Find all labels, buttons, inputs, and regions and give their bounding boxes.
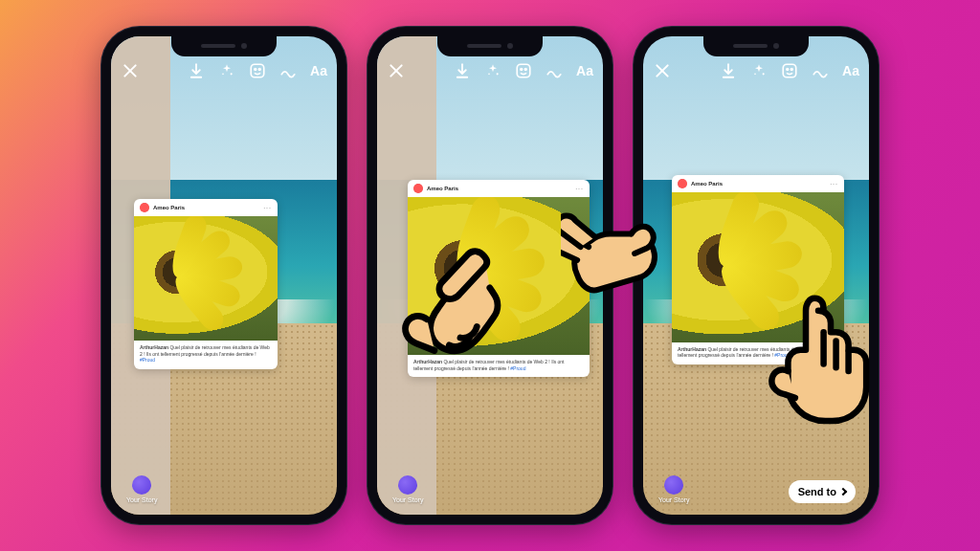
your-story-label: Your Story [658,496,689,503]
pinch-hand-left-icon [381,234,510,364]
post-username: Ameo Paris [691,181,723,187]
text-tool-button[interactable]: Aa [310,63,327,78]
phone-step-1: Aa Ameo Paris ··· ArthurHazan Que [101,27,346,524]
svg-point-11 [754,74,756,76]
download-icon[interactable] [188,62,205,79]
phone-notch [171,35,277,56]
phone-screen: Aa Ameo Paris ··· ArthurHazan Que [111,36,337,515]
post-header: Ameo Paris ··· [134,199,278,216]
svg-point-4 [258,69,260,71]
svg-point-6 [488,74,490,76]
sticker-icon[interactable] [781,62,798,79]
post-avatar [413,184,423,193]
post-header: Ameo Paris ··· [408,180,590,197]
phone-screen: Aa Ameo Paris ··· ArthurHazan Que [643,36,869,515]
post-username: Ameo Paris [427,186,458,191]
svg-rect-2 [251,64,264,77]
svg-point-10 [763,73,765,75]
close-icon[interactable] [387,61,406,80]
post-image-sunflower [134,216,278,341]
sparkle-icon[interactable] [484,62,501,79]
post-caption: ArthurHazan Quel plaisir de retrouver me… [134,341,278,369]
more-icon[interactable]: ··· [263,205,272,211]
story-toolbar: Aa [377,61,603,80]
download-icon[interactable] [454,62,471,79]
svg-point-8 [521,69,523,71]
phone-notch [703,35,809,56]
your-story-avatar [664,475,683,495]
svg-point-5 [497,73,499,75]
svg-point-13 [787,69,789,71]
your-story-label: Your Story [126,496,157,503]
story-toolbar: Aa [643,61,869,80]
sparkle-icon[interactable] [218,62,235,79]
post-avatar [140,203,149,212]
download-icon[interactable] [720,62,737,79]
more-icon[interactable]: ··· [830,181,838,187]
your-story-label: Your Story [392,496,423,503]
your-story-button[interactable]: Your Story [126,475,157,503]
your-story-avatar [132,475,151,495]
sticker-icon[interactable] [515,62,532,79]
sticker-icon[interactable] [249,62,266,79]
close-icon[interactable] [121,61,140,80]
svg-rect-12 [783,64,796,77]
sparkle-icon[interactable] [750,62,768,79]
svg-point-0 [231,73,233,75]
draw-icon[interactable] [812,62,829,79]
svg-point-1 [222,74,224,76]
post-username: Ameo Paris [153,205,185,210]
shared-post-card[interactable]: Ameo Paris ··· ArthurHazan Quel plaisir … [134,199,278,369]
send-to-button[interactable]: Send to [789,480,856,503]
svg-point-9 [524,69,526,71]
chevron-right-icon [839,488,847,496]
svg-rect-7 [517,64,530,77]
svg-point-14 [791,69,792,71]
draw-icon[interactable] [279,62,297,79]
draw-icon[interactable] [546,62,563,79]
send-to-label: Send to [798,486,836,497]
post-header: Ameo Paris ··· [672,175,844,192]
your-story-button[interactable]: Your Story [658,475,689,503]
your-story-avatar [398,475,417,495]
phone-notch [437,35,543,56]
your-story-button[interactable]: Your Story [392,475,423,503]
tap-hand-icon [756,287,880,430]
more-icon[interactable]: ··· [575,186,584,192]
post-avatar [678,179,687,188]
text-tool-button[interactable]: Aa [842,63,859,78]
pinch-hand-right-icon [561,196,676,311]
text-tool-button[interactable]: Aa [576,63,593,78]
close-icon[interactable] [653,61,672,80]
story-toolbar: Aa [111,61,337,80]
svg-point-3 [255,69,256,71]
